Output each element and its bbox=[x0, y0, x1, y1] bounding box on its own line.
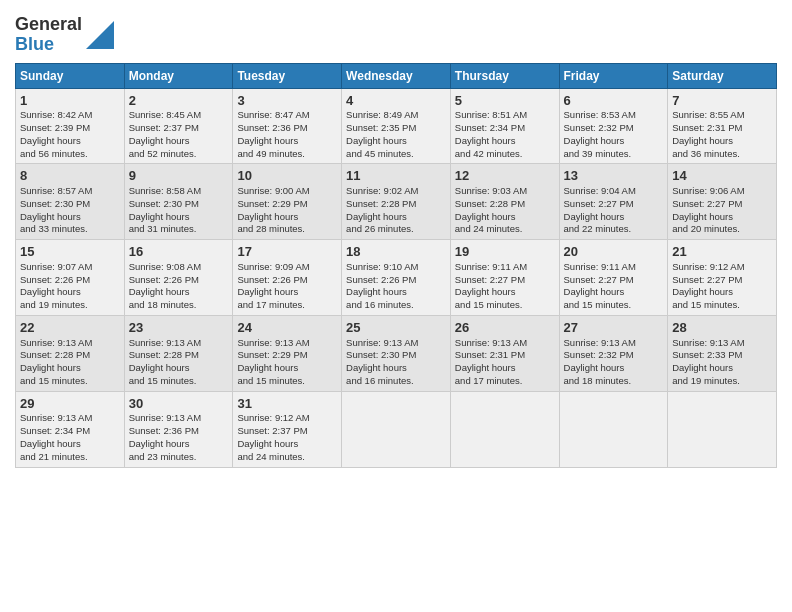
calendar-cell: 11Sunrise: 9:02 AMSunset: 2:28 PMDayligh… bbox=[342, 164, 451, 240]
calendar-cell: 31Sunrise: 9:12 AMSunset: 2:37 PMDayligh… bbox=[233, 391, 342, 467]
day-number: 3 bbox=[237, 92, 337, 110]
calendar-cell: 16Sunrise: 9:08 AMSunset: 2:26 PMDayligh… bbox=[124, 240, 233, 316]
logo-icon bbox=[86, 21, 114, 49]
day-number: 7 bbox=[672, 92, 772, 110]
calendar-cell: 26Sunrise: 9:13 AMSunset: 2:31 PMDayligh… bbox=[450, 315, 559, 391]
calendar-cell: 17Sunrise: 9:09 AMSunset: 2:26 PMDayligh… bbox=[233, 240, 342, 316]
calendar-body: 1Sunrise: 8:42 AMSunset: 2:39 PMDaylight… bbox=[16, 88, 777, 467]
calendar-table: Sunday Monday Tuesday Wednesday Thursday… bbox=[15, 63, 777, 468]
calendar-cell: 21Sunrise: 9:12 AMSunset: 2:27 PMDayligh… bbox=[668, 240, 777, 316]
col-monday: Monday bbox=[124, 63, 233, 88]
logo-blue-text: Blue bbox=[15, 35, 82, 55]
calendar-week-row: 22Sunrise: 9:13 AMSunset: 2:28 PMDayligh… bbox=[16, 315, 777, 391]
calendar-cell: 29Sunrise: 9:13 AMSunset: 2:34 PMDayligh… bbox=[16, 391, 125, 467]
col-friday: Friday bbox=[559, 63, 668, 88]
header-row: Sunday Monday Tuesday Wednesday Thursday… bbox=[16, 63, 777, 88]
day-number: 31 bbox=[237, 395, 337, 413]
day-number: 12 bbox=[455, 167, 555, 185]
day-number: 5 bbox=[455, 92, 555, 110]
day-number: 27 bbox=[564, 319, 664, 337]
logo: General Blue bbox=[15, 15, 114, 55]
calendar-cell: 6Sunrise: 8:53 AMSunset: 2:32 PMDaylight… bbox=[559, 88, 668, 164]
calendar-week-row: 1Sunrise: 8:42 AMSunset: 2:39 PMDaylight… bbox=[16, 88, 777, 164]
day-number: 26 bbox=[455, 319, 555, 337]
calendar-cell: 15Sunrise: 9:07 AMSunset: 2:26 PMDayligh… bbox=[16, 240, 125, 316]
day-number: 24 bbox=[237, 319, 337, 337]
calendar-cell: 24Sunrise: 9:13 AMSunset: 2:29 PMDayligh… bbox=[233, 315, 342, 391]
calendar-cell: 18Sunrise: 9:10 AMSunset: 2:26 PMDayligh… bbox=[342, 240, 451, 316]
calendar-cell: 14Sunrise: 9:06 AMSunset: 2:27 PMDayligh… bbox=[668, 164, 777, 240]
calendar-cell: 8Sunrise: 8:57 AMSunset: 2:30 PMDaylight… bbox=[16, 164, 125, 240]
calendar-week-row: 8Sunrise: 8:57 AMSunset: 2:30 PMDaylight… bbox=[16, 164, 777, 240]
day-number: 15 bbox=[20, 243, 120, 261]
day-number: 11 bbox=[346, 167, 446, 185]
calendar-cell bbox=[668, 391, 777, 467]
col-wednesday: Wednesday bbox=[342, 63, 451, 88]
day-number: 13 bbox=[564, 167, 664, 185]
calendar-cell bbox=[342, 391, 451, 467]
day-number: 20 bbox=[564, 243, 664, 261]
calendar-cell: 30Sunrise: 9:13 AMSunset: 2:36 PMDayligh… bbox=[124, 391, 233, 467]
calendar-cell: 12Sunrise: 9:03 AMSunset: 2:28 PMDayligh… bbox=[450, 164, 559, 240]
day-number: 22 bbox=[20, 319, 120, 337]
day-number: 30 bbox=[129, 395, 229, 413]
day-number: 2 bbox=[129, 92, 229, 110]
main-container: General Blue Sunday Monday Tuesday Wedne… bbox=[0, 0, 792, 473]
calendar-cell: 25Sunrise: 9:13 AMSunset: 2:30 PMDayligh… bbox=[342, 315, 451, 391]
day-number: 16 bbox=[129, 243, 229, 261]
day-number: 18 bbox=[346, 243, 446, 261]
day-number: 23 bbox=[129, 319, 229, 337]
calendar-cell bbox=[559, 391, 668, 467]
col-tuesday: Tuesday bbox=[233, 63, 342, 88]
calendar-cell bbox=[450, 391, 559, 467]
calendar-cell: 28Sunrise: 9:13 AMSunset: 2:33 PMDayligh… bbox=[668, 315, 777, 391]
day-number: 28 bbox=[672, 319, 772, 337]
calendar-cell: 20Sunrise: 9:11 AMSunset: 2:27 PMDayligh… bbox=[559, 240, 668, 316]
day-number: 4 bbox=[346, 92, 446, 110]
col-saturday: Saturday bbox=[668, 63, 777, 88]
day-number: 9 bbox=[129, 167, 229, 185]
calendar-cell: 19Sunrise: 9:11 AMSunset: 2:27 PMDayligh… bbox=[450, 240, 559, 316]
day-number: 29 bbox=[20, 395, 120, 413]
calendar-cell: 13Sunrise: 9:04 AMSunset: 2:27 PMDayligh… bbox=[559, 164, 668, 240]
col-sunday: Sunday bbox=[16, 63, 125, 88]
calendar-week-row: 15Sunrise: 9:07 AMSunset: 2:26 PMDayligh… bbox=[16, 240, 777, 316]
day-number: 14 bbox=[672, 167, 772, 185]
calendar-week-row: 29Sunrise: 9:13 AMSunset: 2:34 PMDayligh… bbox=[16, 391, 777, 467]
col-thursday: Thursday bbox=[450, 63, 559, 88]
day-number: 21 bbox=[672, 243, 772, 261]
calendar-cell: 10Sunrise: 9:00 AMSunset: 2:29 PMDayligh… bbox=[233, 164, 342, 240]
day-number: 6 bbox=[564, 92, 664, 110]
calendar-cell: 1Sunrise: 8:42 AMSunset: 2:39 PMDaylight… bbox=[16, 88, 125, 164]
calendar-cell: 5Sunrise: 8:51 AMSunset: 2:34 PMDaylight… bbox=[450, 88, 559, 164]
calendar-cell: 9Sunrise: 8:58 AMSunset: 2:30 PMDaylight… bbox=[124, 164, 233, 240]
calendar-cell: 2Sunrise: 8:45 AMSunset: 2:37 PMDaylight… bbox=[124, 88, 233, 164]
calendar-cell: 22Sunrise: 9:13 AMSunset: 2:28 PMDayligh… bbox=[16, 315, 125, 391]
calendar-cell: 27Sunrise: 9:13 AMSunset: 2:32 PMDayligh… bbox=[559, 315, 668, 391]
calendar-cell: 3Sunrise: 8:47 AMSunset: 2:36 PMDaylight… bbox=[233, 88, 342, 164]
calendar-cell: 4Sunrise: 8:49 AMSunset: 2:35 PMDaylight… bbox=[342, 88, 451, 164]
calendar-cell: 7Sunrise: 8:55 AMSunset: 2:31 PMDaylight… bbox=[668, 88, 777, 164]
day-number: 25 bbox=[346, 319, 446, 337]
svg-marker-0 bbox=[86, 21, 114, 49]
day-number: 1 bbox=[20, 92, 120, 110]
logo-general-text: General bbox=[15, 15, 82, 35]
day-number: 19 bbox=[455, 243, 555, 261]
header-section: General Blue bbox=[15, 10, 777, 55]
day-number: 8 bbox=[20, 167, 120, 185]
day-number: 17 bbox=[237, 243, 337, 261]
day-number: 10 bbox=[237, 167, 337, 185]
calendar-cell: 23Sunrise: 9:13 AMSunset: 2:28 PMDayligh… bbox=[124, 315, 233, 391]
